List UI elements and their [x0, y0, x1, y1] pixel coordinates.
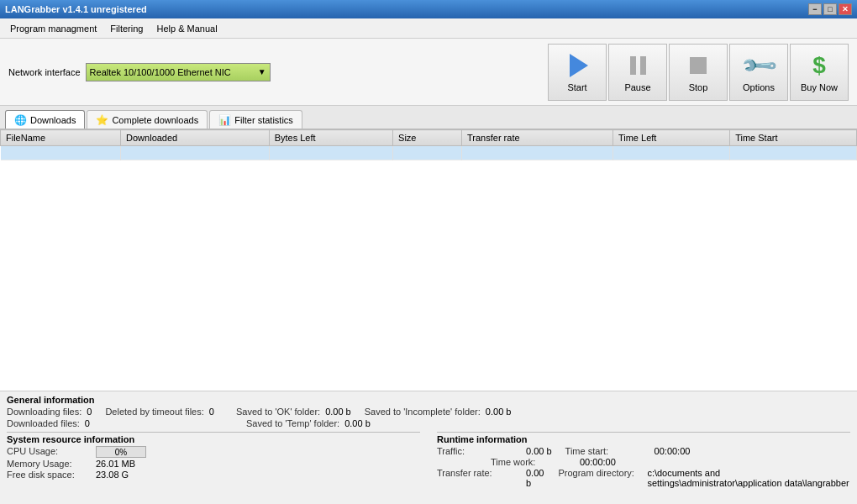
- maximize-button[interactable]: □: [823, 3, 837, 15]
- tab-downloads-label: Downloads: [30, 115, 76, 125]
- network-value: Realtek 10/100/1000 Ethernet NIC: [90, 67, 231, 77]
- program-dir-label: Program directory:: [558, 468, 642, 488]
- wrench-icon: 🔧: [739, 45, 779, 85]
- stop-icon: [685, 52, 712, 79]
- general-info-title: General information: [7, 395, 850, 405]
- downloading-files-label: Downloading files:: [7, 407, 81, 417]
- transfer-rate-row: Transfer rate: 0.00 b Program directory:…: [437, 468, 850, 488]
- traffic-row: Traffic: 0.00 b Time start: 00:00:00: [437, 446, 850, 456]
- options-icon: 🔧: [745, 52, 772, 79]
- memory-value: 26.01 MB: [96, 459, 135, 469]
- network-interface-dropdown[interactable]: Realtek 10/100/1000 Ethernet NIC ▼: [86, 63, 271, 81]
- saved-ok-value: 0.00 b: [325, 407, 351, 417]
- disk-label: Free disk space:: [7, 470, 91, 480]
- general-info-row1: Downloading files: 0 Deleted by timeout …: [7, 407, 850, 417]
- start-button[interactable]: Start: [548, 44, 607, 101]
- star-icon: ⭐: [96, 114, 108, 126]
- downloading-files-value: 0: [87, 407, 92, 417]
- sys-runtime-section: System resource information CPU Usage: 0…: [7, 432, 850, 489]
- globe-icon: 🌐: [14, 114, 27, 126]
- tab-downloads[interactable]: 🌐 Downloads: [5, 110, 85, 129]
- content-area: FileName Downloaded Bytes Left Size Tran…: [0, 129, 857, 391]
- col-filename: FileName: [1, 130, 121, 146]
- status-bar: General information Downloading files: 0…: [0, 391, 857, 492]
- minimize-button[interactable]: −: [808, 3, 822, 15]
- cell-empty: [1, 146, 121, 160]
- tab-filter-statistics[interactable]: 📊 Filter statistics: [209, 110, 302, 129]
- time-start-value: 00:00:00: [655, 446, 691, 456]
- col-bytes-left: Bytes Left: [269, 130, 392, 146]
- general-info-row2: Downloaded files: 0 Saved to 'Temp' fold…: [7, 418, 850, 428]
- tab-filter-label: Filter statistics: [234, 115, 293, 125]
- time-work-value: 00:00:00: [580, 457, 616, 467]
- menu-filtering[interactable]: Filtering: [103, 22, 150, 35]
- col-downloaded: Downloaded: [121, 130, 270, 146]
- cpu-bar-text: 0%: [97, 447, 145, 459]
- cpu-label: CPU Usage:: [7, 446, 91, 458]
- tab-complete-downloads[interactable]: ⭐ Complete downloads: [87, 110, 208, 129]
- options-button[interactable]: 🔧 Options: [729, 44, 788, 101]
- memory-label: Memory Usage:: [7, 459, 91, 469]
- table-header-row: FileName Downloaded Bytes Left Size Tran…: [1, 130, 857, 146]
- downloads-table: FileName Downloaded Bytes Left Size Tran…: [0, 129, 857, 160]
- window-controls: − □ ✕: [808, 3, 852, 15]
- time-work-label: Time work:: [491, 457, 575, 467]
- runtime-section: Runtime information Traffic: 0.00 b Time…: [437, 432, 850, 489]
- saved-ok-label: Saved to 'OK' folder:: [236, 407, 320, 417]
- play-triangle-icon: [570, 54, 588, 77]
- saved-temp-value: 0.00 b: [344, 418, 371, 428]
- memory-row: Memory Usage: 26.01 MB: [7, 459, 420, 469]
- program-dir-value: c:\documents and settings\administrator\…: [647, 468, 850, 488]
- cpu-bar: 0%: [96, 446, 146, 458]
- dollar-sign-icon: $: [812, 52, 826, 79]
- chart-icon: 📊: [218, 114, 231, 126]
- table-row-empty[interactable]: [1, 146, 857, 160]
- col-size: Size: [393, 130, 462, 146]
- title-bar: LANGrabber v1.4.1 unregistered − □ ✕: [0, 0, 857, 18]
- stop-button[interactable]: Stop: [669, 44, 728, 101]
- pause-icon: [624, 52, 651, 79]
- menu-help-manual[interactable]: Help & Manual: [150, 22, 223, 35]
- buynow-icon: $: [806, 52, 833, 79]
- col-transfer-rate: Transfer rate: [462, 130, 613, 146]
- pause-bars-icon: [630, 56, 646, 75]
- pause-label: Pause: [624, 82, 650, 92]
- tabs-area: 🌐 Downloads ⭐ Complete downloads 📊 Filte…: [0, 106, 857, 129]
- downloaded-files-value: 0: [85, 418, 90, 428]
- col-time-start: Time Start: [730, 130, 857, 146]
- saved-incomplete-value: 0.00 b: [486, 407, 512, 417]
- deleted-by-timeout-value: 0: [209, 407, 214, 417]
- runtime-title: Runtime information: [437, 432, 850, 444]
- transfer-rate-value: 0.00 b: [526, 468, 544, 488]
- deleted-by-timeout-label: Deleted by timeout files:: [105, 407, 203, 417]
- app-title: LANGrabber v1.4.1 unregistered: [5, 4, 147, 14]
- saved-temp-label: Saved to 'Temp' folder:: [246, 418, 339, 428]
- network-label: Network interface: [8, 67, 81, 77]
- buynow-button[interactable]: $ Buy Now: [790, 44, 849, 101]
- menu-bar: Program managment Filtering Help & Manua…: [0, 18, 857, 39]
- start-icon: [564, 52, 591, 79]
- downloaded-files-label: Downloaded files:: [7, 418, 80, 428]
- system-resource-title: System resource information: [7, 432, 420, 444]
- pause-button[interactable]: Pause: [608, 44, 667, 101]
- time-start-label: Time start:: [565, 446, 649, 456]
- disk-row: Free disk space: 23.08 G: [7, 470, 420, 480]
- stop-square-icon: [690, 57, 707, 74]
- traffic-label: Traffic:: [437, 446, 521, 456]
- time-work-row: Time work: 00:00:00: [437, 457, 850, 467]
- toolbar-buttons: Start Pause Stop 🔧 Options: [548, 44, 849, 101]
- col-time-left: Time Left: [613, 130, 729, 146]
- close-button[interactable]: ✕: [839, 3, 852, 15]
- toolbar: Network interface Realtek 10/100/1000 Et…: [0, 39, 857, 106]
- dropdown-arrow-icon: ▼: [258, 67, 266, 76]
- downloads-table-container: FileName Downloaded Bytes Left Size Tran…: [0, 129, 857, 391]
- transfer-rate-label: Transfer rate:: [437, 468, 521, 488]
- saved-incomplete-label: Saved to 'Incomplete' folder:: [365, 407, 481, 417]
- traffic-value: 0.00 b: [526, 446, 552, 456]
- buynow-label: Buy Now: [801, 82, 838, 92]
- menu-program-management[interactable]: Program managment: [3, 22, 103, 35]
- disk-value: 23.08 G: [96, 470, 129, 480]
- cpu-row: CPU Usage: 0%: [7, 446, 420, 458]
- tab-complete-label: Complete downloads: [112, 115, 198, 125]
- start-label: Start: [567, 82, 586, 92]
